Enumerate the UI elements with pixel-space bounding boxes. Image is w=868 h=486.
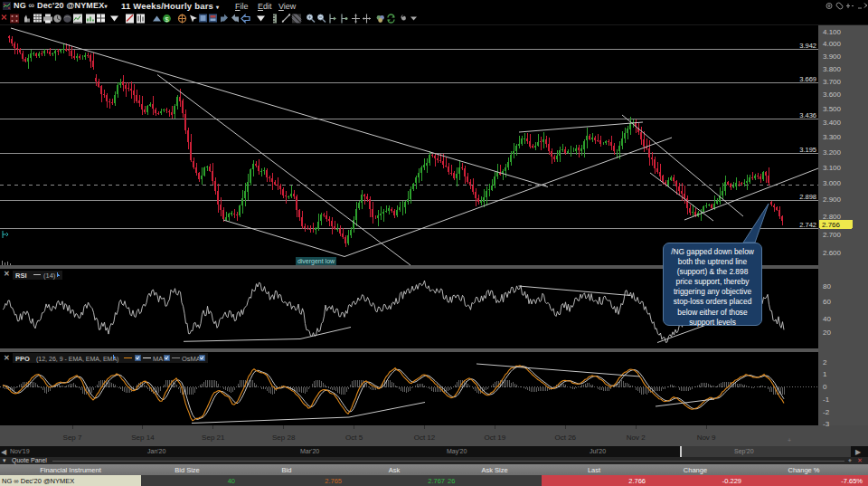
svg-text:(12, 26, 9 - EMA, EMA, EMA): (12, 26, 9 - EMA, EMA, EMA): [36, 356, 118, 363]
svg-text:3.900: 3.900: [823, 52, 842, 61]
svg-text:Oct 5: Oct 5: [345, 434, 363, 442]
svg-text:+: +: [788, 437, 791, 443]
svg-text:3.942: 3.942: [799, 42, 816, 50]
svg-text:✕: ✕: [4, 354, 10, 362]
svg-text:-3: -3: [823, 420, 830, 428]
svg-text:2.898: 2.898: [799, 193, 816, 201]
svg-text:40: 40: [823, 315, 831, 323]
svg-text:2.600: 2.600: [823, 249, 842, 257]
svg-text:Sep 21: Sep 21: [202, 434, 225, 442]
svg-text:3.436: 3.436: [799, 111, 816, 119]
svg-text:2: 2: [823, 358, 827, 367]
svg-text:3.600: 3.600: [823, 91, 842, 99]
svg-text:1: 1: [823, 370, 827, 378]
svg-text:3.000: 3.000: [823, 179, 842, 187]
svg-text:-2: -2: [823, 408, 830, 416]
svg-text:20: 20: [823, 329, 831, 337]
svg-text:OsMA: OsMA: [182, 355, 201, 363]
svg-text:80: 80: [823, 282, 831, 291]
svg-text:Oct 26: Oct 26: [555, 434, 577, 442]
svg-text:PPO: PPO: [15, 355, 30, 363]
svg-text:Oct 19: Oct 19: [485, 434, 506, 442]
svg-text:3.700: 3.700: [823, 78, 842, 86]
svg-text:0: 0: [823, 383, 827, 391]
svg-text:$: $: [165, 15, 169, 24]
svg-text:Sep 7: Sep 7: [63, 434, 82, 442]
svg-text:2.766: 2.766: [822, 221, 841, 229]
svg-text:RSI: RSI: [15, 272, 27, 280]
svg-text:3.500: 3.500: [823, 105, 842, 113]
svg-text:Oct 12: Oct 12: [414, 434, 436, 442]
svg-text:MA: MA: [153, 355, 163, 363]
svg-text:3.400: 3.400: [823, 119, 842, 127]
svg-text:Sep 14: Sep 14: [131, 434, 155, 442]
svg-text:-1: -1: [823, 395, 830, 404]
svg-text:60: 60: [823, 298, 831, 306]
svg-text:3.800: 3.800: [823, 65, 842, 73]
svg-text:4.000: 4.000: [823, 40, 842, 48]
svg-text:3.200: 3.200: [823, 148, 842, 157]
svg-text:Nov 2: Nov 2: [627, 434, 646, 442]
svg-text:Nov 9: Nov 9: [697, 434, 716, 442]
svg-text:2.742: 2.742: [799, 221, 816, 229]
svg-text:divergent low: divergent low: [297, 258, 335, 265]
svg-text:3.300: 3.300: [823, 133, 842, 141]
svg-text:2.700: 2.700: [823, 231, 842, 239]
svg-text:(14): (14): [43, 272, 56, 280]
svg-text:3.195: 3.195: [799, 146, 816, 154]
svg-text:3.100: 3.100: [823, 164, 842, 172]
svg-text:✕: ✕: [4, 270, 10, 278]
svg-text:2.900: 2.900: [823, 195, 842, 204]
svg-text:3.669: 3.669: [799, 75, 816, 83]
svg-text:Sep 28: Sep 28: [272, 434, 296, 442]
